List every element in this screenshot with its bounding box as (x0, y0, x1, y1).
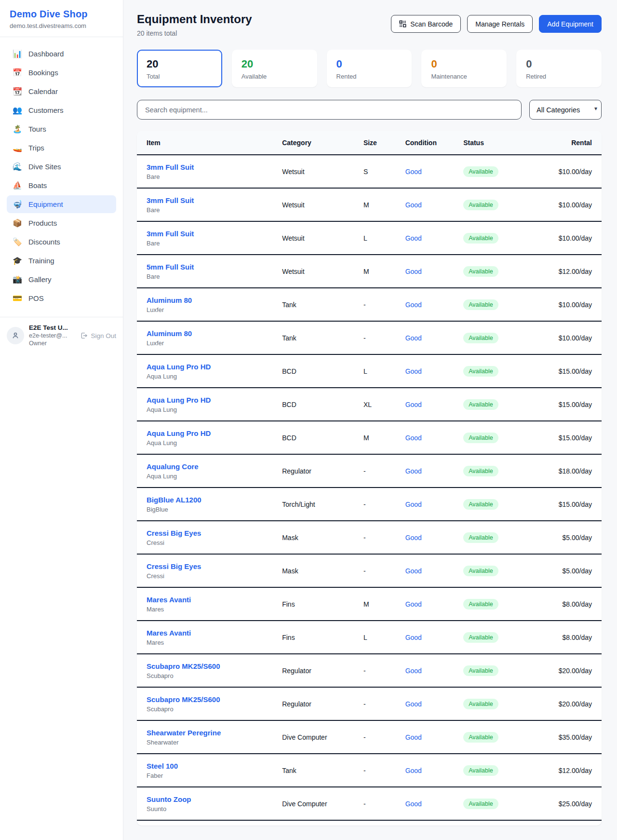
sidebar-item-discounts[interactable]: 🏷️ Discounts (7, 233, 116, 251)
item-size: L (363, 634, 367, 641)
stat-label: Available (241, 73, 308, 80)
item-name-link[interactable]: Mares Avanti (147, 596, 270, 604)
item-condition-link[interactable]: Good (405, 168, 422, 176)
item-name-link[interactable]: Suunto Zoop (147, 795, 270, 803)
item-size: - (363, 301, 366, 309)
item-condition-link[interactable]: Good (405, 567, 422, 575)
table-row: Shearwater Peregrine Shearwater Dive Com… (137, 720, 602, 754)
item-brand: BigBlue (147, 506, 270, 513)
item-condition-link[interactable]: Good (405, 467, 422, 475)
sidebar-item-bookings[interactable]: 📅 Bookings (7, 64, 116, 81)
sidebar-item-training[interactable]: 🎓 Training (7, 252, 116, 270)
add-equipment-button[interactable]: Add Equipment (539, 15, 602, 33)
sign-out-button[interactable]: Sign Out (80, 332, 116, 339)
status-badge: Available (463, 200, 498, 210)
item-condition-link[interactable]: Good (405, 667, 422, 675)
item-size: L (363, 367, 367, 375)
brand-title[interactable]: Demo Dive Shop (10, 9, 113, 20)
scan-barcode-button[interactable]: Scan Barcode (391, 15, 461, 33)
item-condition-link[interactable]: Good (405, 234, 422, 242)
sidebar-item-gallery[interactable]: 📸 Gallery (7, 271, 116, 288)
item-rental-price: $10.00/day (559, 334, 592, 342)
stat-card-rented[interactable]: 0 Rented (327, 50, 412, 87)
table-row: BigBlue AL1200 BigBlue Torch/Light - Goo… (137, 488, 602, 521)
item-condition-link[interactable]: Good (405, 733, 422, 741)
item-name-link[interactable]: Cressi Big Eyes (147, 529, 270, 537)
item-name-link[interactable]: Mares Avanti (147, 629, 270, 637)
item-name-link[interactable]: Cressi Big Eyes (147, 562, 270, 570)
stat-card-available[interactable]: 20 Available (232, 50, 317, 87)
status-badge: Available (463, 333, 498, 343)
item-condition-link[interactable]: Good (405, 434, 422, 442)
item-name-link[interactable]: Scubapro MK25/S600 (147, 662, 270, 670)
stat-label: Rented (336, 73, 402, 80)
sidebar-item-label: Boats (28, 181, 47, 190)
sidebar-item-calendar[interactable]: 📆 Calendar (7, 82, 116, 100)
person-icon (11, 331, 20, 340)
col-header-status: Status (457, 131, 537, 155)
item-name-link[interactable]: 3mm Full Suit (147, 163, 270, 171)
item-size: M (363, 268, 369, 275)
item-condition-link[interactable]: Good (405, 767, 422, 774)
item-name-link[interactable]: 3mm Full Suit (147, 196, 270, 204)
sidebar-item-pos[interactable]: 💳 POS (7, 289, 116, 307)
stat-card-retired[interactable]: 0 Retired (516, 50, 602, 87)
sidebar-item-trips[interactable]: 🚤 Trips (7, 139, 116, 157)
item-condition-link[interactable]: Good (405, 634, 422, 641)
item-rental-price: $20.00/day (559, 667, 592, 675)
sidebar-item-dive-sites[interactable]: 🌊 Dive Sites (7, 158, 116, 176)
item-category: Wetsuit (282, 201, 304, 209)
stat-value: 0 (336, 58, 402, 70)
category-select[interactable]: All Categories (529, 100, 602, 120)
table-row: 5mm Full Suit Bare Wetsuit M Good Availa… (137, 255, 602, 288)
item-name-link[interactable]: BigBlue AL1200 (147, 496, 270, 504)
item-category: Fins (282, 634, 295, 641)
item-category: Tank (282, 301, 296, 309)
manage-rentals-button[interactable]: Manage Rentals (467, 15, 533, 33)
item-name-link[interactable]: Scubapro MK25/S600 (147, 695, 270, 704)
item-condition-link[interactable]: Good (405, 700, 422, 708)
item-name-link[interactable]: Aqua Lung Pro HD (147, 363, 270, 371)
stat-card-total[interactable]: 20 Total (137, 50, 222, 87)
item-name-link[interactable]: Steel 100 (147, 762, 270, 770)
sidebar-nav: 📊 Dashboard 📅 Bookings 📆 Calendar 👥 Cust… (0, 37, 123, 313)
search-input[interactable] (137, 100, 522, 120)
item-condition-link[interactable]: Good (405, 201, 422, 209)
table-row: 3mm Full Suit Bare Wetsuit M Good Availa… (137, 188, 602, 221)
item-name-link[interactable]: Aqua Lung Pro HD (147, 429, 270, 437)
sidebar-item-boats[interactable]: ⛵ Boats (7, 176, 116, 194)
item-size: S (363, 168, 368, 176)
sidebar-item-tours[interactable]: 🏝️ Tours (7, 120, 116, 138)
item-condition-link[interactable]: Good (405, 401, 422, 408)
sidebar-item-label: POS (28, 294, 44, 302)
item-condition-link[interactable]: Good (405, 534, 422, 542)
stat-card-maintenance[interactable]: 0 Maintenance (421, 50, 507, 87)
item-condition-link[interactable]: Good (405, 800, 422, 808)
item-name-link[interactable]: Aluminum 80 (147, 296, 270, 304)
sidebar-item-products[interactable]: 📦 Products (7, 214, 116, 232)
item-condition-link[interactable]: Good (405, 600, 422, 608)
wave-icon: 🌊 (13, 163, 22, 171)
item-brand: Luxfer (147, 306, 270, 313)
status-badge: Available (463, 499, 498, 510)
credit-card-icon: 💳 (13, 295, 22, 302)
item-condition-link[interactable]: Good (405, 367, 422, 375)
table-row: Mares Avanti Mares Fins L Good Available… (137, 621, 602, 654)
sidebar-item-label: Discounts (28, 238, 60, 246)
item-name-link[interactable]: Shearwater Peregrine (147, 729, 270, 737)
item-condition-link[interactable]: Good (405, 334, 422, 342)
sidebar-item-customers[interactable]: 👥 Customers (7, 101, 116, 119)
item-name-link[interactable]: Aqualung Core (147, 462, 270, 471)
item-name-link[interactable]: 3mm Full Suit (147, 230, 270, 238)
item-name-link[interactable]: Aluminum 80 (147, 329, 270, 338)
sidebar-item-dashboard[interactable]: 📊 Dashboard (7, 45, 116, 63)
sidebar-item-equipment[interactable]: 🤿 Equipment (7, 195, 116, 213)
stat-value: 0 (526, 58, 592, 70)
sign-out-label: Sign Out (91, 332, 116, 339)
item-condition-link[interactable]: Good (405, 268, 422, 275)
item-condition-link[interactable]: Good (405, 501, 422, 508)
item-condition-link[interactable]: Good (405, 301, 422, 309)
item-rental-price: $8.00/day (563, 600, 592, 608)
item-name-link[interactable]: Aqua Lung Pro HD (147, 396, 270, 404)
item-name-link[interactable]: 5mm Full Suit (147, 263, 270, 271)
